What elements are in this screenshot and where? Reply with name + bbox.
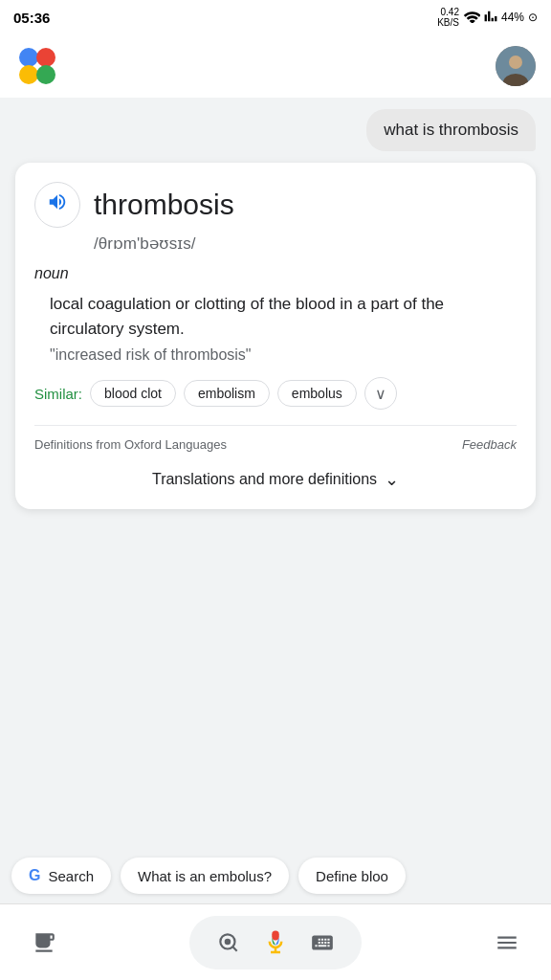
embolus-chip-label: What is an embolus? bbox=[138, 868, 272, 884]
user-avatar[interactable] bbox=[496, 46, 536, 86]
word-header: thrombosis bbox=[34, 182, 517, 228]
status-bar: 05:36 0.42KB/S 44% ⊙ bbox=[0, 0, 551, 34]
bottom-toolbar bbox=[0, 903, 551, 980]
status-icons: 0.42KB/S 44% ⊙ bbox=[437, 7, 538, 28]
example-text: "increased risk of thrombosis" bbox=[34, 346, 517, 364]
word-title: thrombosis bbox=[94, 189, 234, 221]
status-time: 05:36 bbox=[13, 10, 50, 26]
definition-card: thrombosis /θrɒm'bəʊsɪs/ noun local coag… bbox=[15, 163, 536, 509]
speaker-button[interactable] bbox=[34, 182, 80, 228]
mic-container bbox=[189, 916, 362, 969]
settings-icon: ⊙ bbox=[528, 11, 538, 24]
mic-icon bbox=[261, 928, 290, 957]
menu-button[interactable] bbox=[486, 922, 528, 964]
expand-icon: ⌄ bbox=[385, 469, 399, 490]
battery-level: 44% bbox=[501, 11, 524, 24]
define-suggestion-chip[interactable]: Define bloo bbox=[298, 858, 406, 894]
similar-label: Similar: bbox=[34, 386, 82, 402]
define-chip-label: Define bloo bbox=[316, 868, 388, 884]
translations-row[interactable]: Translations and more definitions ⌄ bbox=[34, 461, 517, 490]
svg-point-3 bbox=[36, 65, 55, 84]
menu-icon bbox=[495, 930, 519, 955]
speaker-icon bbox=[47, 191, 68, 218]
svg-point-2 bbox=[19, 65, 38, 84]
lens-button[interactable] bbox=[208, 922, 250, 964]
part-of-speech: noun bbox=[34, 265, 517, 282]
embolus-suggestion-chip[interactable]: What is an embolus? bbox=[121, 858, 289, 894]
assistant-header bbox=[0, 34, 551, 98]
svg-point-8 bbox=[224, 938, 231, 945]
svg-point-5 bbox=[509, 56, 522, 69]
search-chip-label: Search bbox=[48, 868, 94, 884]
google-dots-logo bbox=[15, 44, 59, 88]
svg-point-0 bbox=[19, 48, 38, 67]
google-g-icon: G bbox=[29, 867, 40, 884]
wifi-icon bbox=[463, 10, 480, 26]
svg-rect-9 bbox=[272, 930, 279, 940]
suggestions-row: G Search What is an embolus? Define bloo bbox=[0, 848, 551, 903]
cards-icon bbox=[32, 930, 56, 955]
feedback-link[interactable]: Feedback bbox=[462, 437, 517, 452]
signal-icon bbox=[484, 10, 497, 26]
svg-point-1 bbox=[36, 48, 55, 67]
chat-area: what is thrombosis thrombosis /θrɒm'bəʊs… bbox=[0, 98, 551, 848]
definition-text: local coagulation or clotting of the blo… bbox=[34, 292, 517, 341]
mic-button[interactable] bbox=[254, 922, 297, 964]
keyboard-button[interactable] bbox=[301, 922, 343, 964]
more-similar-button[interactable]: ∨ bbox=[364, 377, 397, 410]
cards-button[interactable] bbox=[23, 922, 65, 964]
phonetic: /θrɒm'bəʊsɪs/ bbox=[94, 234, 517, 254]
similar-section: Similar: blood clot embolism embolus ∨ bbox=[34, 377, 517, 410]
similar-chip-blood-clot[interactable]: blood clot bbox=[90, 380, 176, 407]
google-logo bbox=[15, 44, 59, 88]
lens-icon bbox=[216, 930, 241, 955]
similar-chip-embolus[interactable]: embolus bbox=[277, 380, 357, 407]
card-footer: Definitions from Oxford Languages Feedba… bbox=[34, 425, 517, 452]
search-suggestion-chip[interactable]: G Search bbox=[11, 858, 111, 894]
keyboard-icon bbox=[310, 930, 335, 955]
chevron-down-icon: ∨ bbox=[375, 385, 386, 403]
footer-source: Definitions from Oxford Languages bbox=[34, 437, 227, 452]
translations-label: Translations and more definitions bbox=[152, 471, 377, 488]
similar-chip-embolism[interactable]: embolism bbox=[184, 380, 270, 407]
user-message: what is thrombosis bbox=[366, 109, 536, 151]
data-speed: 0.42KB/S bbox=[437, 7, 459, 28]
